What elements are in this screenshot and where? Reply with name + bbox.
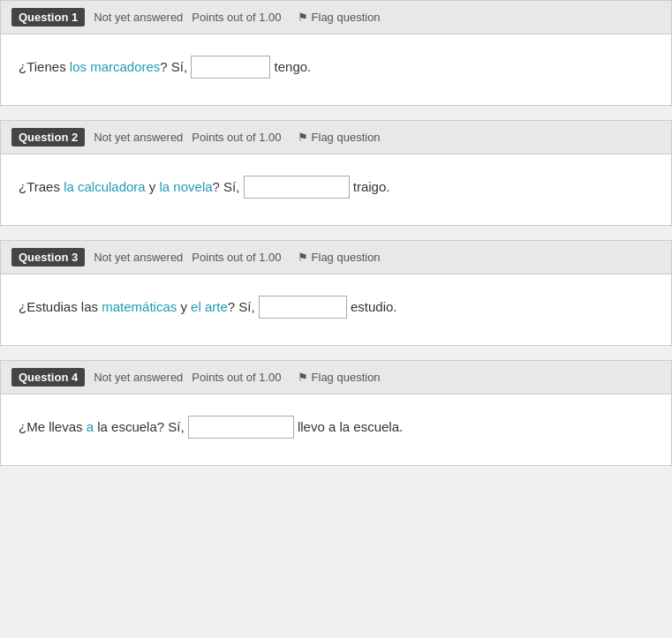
status-badge-2: Not yet answered [94, 131, 183, 144]
question-header-4: Question 4 Not yet answered Points out o… [1, 361, 671, 394]
question-body-3: ¿Estudias las matemáticas y el arte? Sí,… [1, 274, 671, 345]
question-block-2: Question 2 Not yet answered Points out o… [0, 120, 672, 226]
link-marcadores[interactable]: los marcadores [70, 59, 161, 74]
points-2: Points out of 1.00 [192, 131, 281, 144]
question-header-1: Question 1 Not yet answered Points out o… [1, 1, 671, 34]
question-header-2: Question 2 Not yet answered Points out o… [1, 121, 671, 154]
flag-icon-2: ⚑ [298, 131, 308, 144]
status-badge-4: Not yet answered [94, 371, 183, 384]
body-before-4: ¿Me llevas [19, 419, 87, 434]
answer-input-1[interactable] [191, 56, 270, 79]
body-before-3: ¿Estudias las [19, 299, 102, 314]
body-mid-3: ? Sí, [228, 299, 255, 314]
question-header-3: Question 3 Not yet answered Points out o… [1, 241, 671, 274]
flag-question-2[interactable]: ⚑ Flag question [298, 131, 381, 144]
question-label-1: Question 1 [11, 8, 85, 26]
body-mid-4: la escuela? Sí, [94, 419, 185, 434]
question-body-4: ¿Me llevas a la escuela? Sí, llevo a la … [1, 394, 671, 465]
body-before-2: ¿Traes [19, 179, 64, 194]
question-block-4: Question 4 Not yet answered Points out o… [0, 360, 672, 466]
status-badge-3: Not yet answered [94, 251, 183, 264]
body-before-1: ¿Tienes [19, 59, 70, 74]
question-block-3: Question 3 Not yet answered Points out o… [0, 240, 672, 346]
body-y-2: y [146, 179, 160, 194]
link-matematicas[interactable]: matemáticas [102, 299, 177, 314]
status-badge-1: Not yet answered [94, 11, 183, 24]
flag-question-3[interactable]: ⚑ Flag question [298, 251, 381, 264]
question-label-3: Question 3 [11, 248, 85, 266]
answer-input-3[interactable] [259, 296, 347, 319]
flag-question-1[interactable]: ⚑ Flag question [298, 11, 381, 24]
body-after-4: llevo a la escuela. [298, 419, 403, 434]
answer-input-4[interactable] [188, 416, 294, 439]
question-label-2: Question 2 [11, 128, 85, 146]
flag-icon-1: ⚑ [298, 11, 308, 24]
link-novela[interactable]: la novela [160, 179, 213, 194]
body-after-2: traigo. [353, 179, 390, 194]
points-1: Points out of 1.00 [192, 11, 281, 24]
link-a[interactable]: a [87, 419, 94, 434]
flag-label-3: Flag question [312, 251, 381, 264]
body-y-3: y [177, 299, 191, 314]
flag-icon-4: ⚑ [298, 371, 308, 384]
body-mid-1: ? Sí, [160, 59, 187, 74]
body-mid-2: ? Sí, [213, 179, 240, 194]
link-calculadora[interactable]: la calculadora [64, 179, 146, 194]
link-arte[interactable]: el arte [191, 299, 228, 314]
question-block-1: Question 1 Not yet answered Points out o… [0, 0, 672, 106]
question-body-2: ¿Traes la calculadora y la novela? Sí, t… [1, 154, 671, 225]
flag-icon-3: ⚑ [298, 251, 308, 264]
body-after-1: tengo. [275, 59, 312, 74]
question-label-4: Question 4 [11, 368, 85, 387]
answer-input-2[interactable] [244, 176, 350, 199]
flag-label-1: Flag question [312, 11, 381, 24]
flag-question-4[interactable]: ⚑ Flag question [298, 371, 381, 384]
question-body-1: ¿Tienes los marcadores? Sí, tengo. [1, 34, 671, 105]
flag-label-4: Flag question [312, 371, 381, 384]
body-after-3: estudio. [351, 299, 397, 314]
points-4: Points out of 1.00 [192, 371, 281, 384]
flag-label-2: Flag question [312, 131, 381, 144]
points-3: Points out of 1.00 [192, 251, 281, 264]
